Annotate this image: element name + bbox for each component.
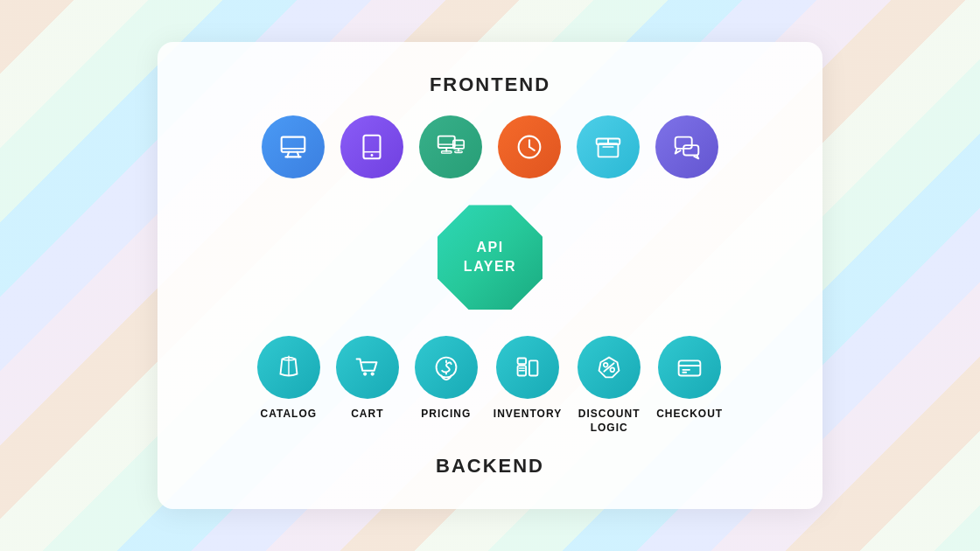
- api-layer-container: APILAYER: [438, 205, 542, 310]
- svg-rect-19: [598, 144, 619, 157]
- backend-icons-row: CATALOG CART: [257, 336, 723, 435]
- frontend-icon-box: [577, 115, 640, 178]
- svg-line-18: [529, 147, 535, 150]
- frontend-icon-clock: [498, 115, 561, 178]
- backend-label-pricing: PRICING: [421, 408, 471, 422]
- svg-rect-11: [442, 151, 452, 153]
- backend-icon-pricing: [415, 336, 478, 399]
- svg-rect-0: [282, 137, 305, 152]
- svg-point-36: [611, 368, 615, 373]
- backend-icon-catalog: [257, 336, 320, 399]
- backend-item-catalog: CATALOG: [257, 336, 320, 422]
- frontend-icon-chat: [655, 115, 718, 178]
- main-card: FRONTEND: [158, 42, 822, 508]
- frontend-icon-computer: [419, 115, 482, 178]
- svg-rect-8: [438, 136, 455, 148]
- frontend-label: FRONTEND: [430, 73, 550, 96]
- backend-label: BACKEND: [436, 455, 544, 478]
- svg-rect-38: [679, 361, 701, 376]
- frontend-icon-desktop: [262, 115, 325, 178]
- backend-item-pricing: PRICING: [415, 336, 478, 422]
- svg-rect-31: [529, 361, 538, 376]
- backend-icon-inventory: [496, 336, 559, 399]
- svg-point-26: [370, 373, 374, 376]
- backend-label-checkout: CHECKOUT: [656, 408, 723, 422]
- svg-rect-32: [518, 359, 527, 365]
- backend-label-catalog: CATALOG: [261, 408, 318, 422]
- backend-icon-checkout: [658, 336, 721, 399]
- backend-item-checkout: CHECKOUT: [656, 336, 723, 422]
- svg-point-6: [371, 154, 374, 157]
- backend-item-discount: DISCOUNT LOGIC: [578, 336, 640, 435]
- backend-label-discount: DISCOUNT LOGIC: [578, 408, 640, 435]
- frontend-icons-row: [262, 115, 718, 178]
- backend-icon-cart: [336, 336, 399, 399]
- svg-rect-15: [455, 151, 463, 153]
- backend-icon-discount: [578, 336, 640, 399]
- backend-item-inventory: INVENTORY: [494, 336, 562, 422]
- api-layer-label: APILAYER: [464, 238, 516, 277]
- backend-label-inventory: INVENTORY: [494, 408, 562, 422]
- svg-point-25: [363, 373, 367, 376]
- api-layer-octagon: APILAYER: [438, 205, 542, 310]
- backend-item-cart: CART: [336, 336, 399, 422]
- svg-point-35: [604, 363, 608, 367]
- frontend-icon-tablet: [340, 115, 403, 178]
- backend-label-cart: CART: [351, 408, 383, 422]
